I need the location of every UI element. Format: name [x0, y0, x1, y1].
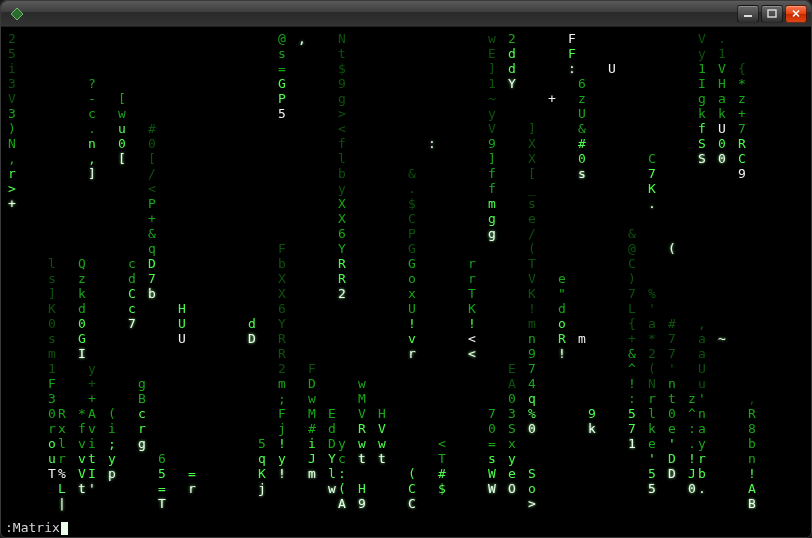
matrix-cell [157, 211, 167, 226]
matrix-cell: ! [277, 466, 287, 481]
matrix-cell [247, 271, 257, 286]
titlebar[interactable] [1, 1, 811, 27]
matrix-cell: q [527, 391, 537, 406]
matrix-cell [367, 151, 377, 166]
matrix-cell [757, 496, 767, 511]
matrix-cell [27, 196, 37, 211]
matrix-cell [157, 271, 167, 286]
matrix-cell [57, 196, 67, 211]
matrix-cell [57, 316, 67, 331]
matrix-cell [107, 196, 117, 211]
matrix-cell: ] [527, 121, 537, 136]
matrix-cell [197, 181, 207, 196]
matrix-cell [187, 151, 197, 166]
matrix-cell [107, 376, 117, 391]
matrix-cell [707, 61, 717, 76]
matrix-cell: 0 [77, 316, 87, 331]
matrix-cell [677, 166, 687, 181]
matrix-cell [757, 106, 767, 121]
matrix-cell [217, 406, 227, 421]
matrix-cell [637, 31, 647, 46]
matrix-cell: M [357, 391, 367, 406]
matrix-cell [17, 376, 27, 391]
matrix-cell [397, 91, 407, 106]
matrix-cell [287, 46, 297, 61]
matrix-cell [257, 376, 267, 391]
matrix-cell [77, 166, 87, 181]
matrix-cell [687, 316, 697, 331]
matrix-cell: g [487, 226, 497, 241]
matrix-cell [697, 226, 707, 241]
matrix-cell: : [337, 466, 347, 481]
matrix-cell [557, 226, 567, 241]
matrix-cell [657, 31, 667, 46]
matrix-cell [17, 316, 27, 331]
matrix-cell [577, 361, 587, 376]
matrix-cell: V [7, 91, 17, 106]
terminal-viewport[interactable]: 2 @ , N w 2 F V . 5 s t E d F y 1 i = $ [1, 27, 811, 537]
matrix-cell [347, 61, 357, 76]
minimize-button[interactable] [737, 5, 759, 23]
matrix-cell [257, 181, 267, 196]
matrix-cell [507, 241, 517, 256]
matrix-cell [477, 91, 487, 106]
matrix-cell [167, 406, 177, 421]
matrix-cell [107, 166, 117, 181]
matrix-cell [517, 391, 527, 406]
matrix-cell [657, 451, 667, 466]
matrix-cell [667, 496, 677, 511]
matrix-cell [67, 316, 77, 331]
matrix-cell [477, 421, 487, 436]
vim-command-line[interactable]: :Matrix [5, 520, 68, 535]
matrix-cell [87, 496, 97, 511]
matrix-cell [297, 421, 307, 436]
matrix-cell [707, 481, 717, 496]
matrix-cell [147, 466, 157, 481]
matrix-cell [447, 421, 457, 436]
matrix-cell [637, 166, 647, 181]
matrix-cell [447, 166, 457, 181]
matrix-cell [637, 301, 647, 316]
matrix-cell [417, 316, 427, 331]
matrix-cell [37, 256, 47, 271]
matrix-cell [547, 31, 557, 46]
maximize-button[interactable] [761, 5, 783, 23]
matrix-cell [547, 331, 557, 346]
matrix-cell [97, 91, 107, 106]
matrix-cell [717, 181, 727, 196]
matrix-cell [147, 376, 157, 391]
matrix-cell [587, 181, 597, 196]
matrix-cell [67, 136, 77, 151]
matrix-cell [197, 466, 207, 481]
matrix-cell [757, 391, 767, 406]
matrix-cell [467, 106, 477, 121]
matrix-cell [187, 361, 197, 376]
svg-rect-2 [768, 10, 776, 17]
matrix-cell: f [337, 136, 347, 151]
matrix-cell [197, 76, 207, 91]
matrix-cell [567, 496, 577, 511]
matrix-cell [227, 106, 237, 121]
matrix-cell [397, 151, 407, 166]
matrix-cell: $ [437, 481, 447, 496]
matrix-cell [97, 391, 107, 406]
matrix-cell [617, 166, 627, 181]
matrix-cell [57, 301, 67, 316]
matrix-cell: 0 [667, 406, 677, 421]
matrix-cell [17, 61, 27, 76]
matrix-cell [357, 106, 367, 121]
close-button[interactable] [785, 5, 807, 23]
matrix-cell: B [137, 391, 147, 406]
matrix-cell [507, 346, 517, 361]
matrix-cell [597, 376, 607, 391]
matrix-cell: N [337, 31, 347, 46]
matrix-cell [397, 361, 407, 376]
matrix-cell [397, 451, 407, 466]
matrix-cell [557, 391, 567, 406]
matrix-cell [537, 361, 547, 376]
matrix-cell [657, 76, 667, 91]
matrix-cell [617, 46, 627, 61]
matrix-cell: a [697, 346, 707, 361]
matrix-cell [337, 316, 347, 331]
matrix-cell [57, 76, 67, 91]
